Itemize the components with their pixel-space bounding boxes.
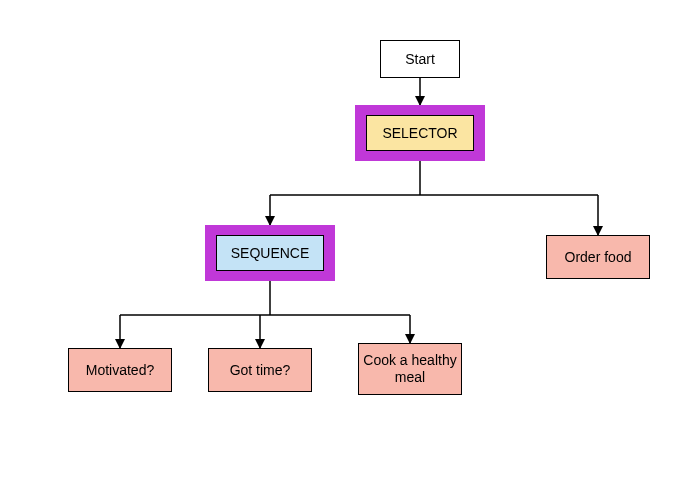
node-selector-inner: SELECTOR: [366, 115, 474, 151]
node-cook: Cook a healthy meal: [358, 343, 462, 395]
node-selector-label: SELECTOR: [382, 125, 457, 142]
node-motivated-label: Motivated?: [86, 362, 154, 379]
node-start: Start: [380, 40, 460, 78]
node-cook-label: Cook a healthy meal: [359, 352, 461, 386]
node-sequence: SEQUENCE: [205, 225, 335, 281]
node-got-time: Got time?: [208, 348, 312, 392]
node-sequence-inner: SEQUENCE: [216, 235, 324, 271]
node-order-food-label: Order food: [565, 249, 632, 266]
node-start-label: Start: [405, 51, 435, 68]
node-order-food: Order food: [546, 235, 650, 279]
node-motivated: Motivated?: [68, 348, 172, 392]
node-got-time-label: Got time?: [230, 362, 291, 379]
node-selector: SELECTOR: [355, 105, 485, 161]
node-sequence-label: SEQUENCE: [231, 245, 310, 262]
